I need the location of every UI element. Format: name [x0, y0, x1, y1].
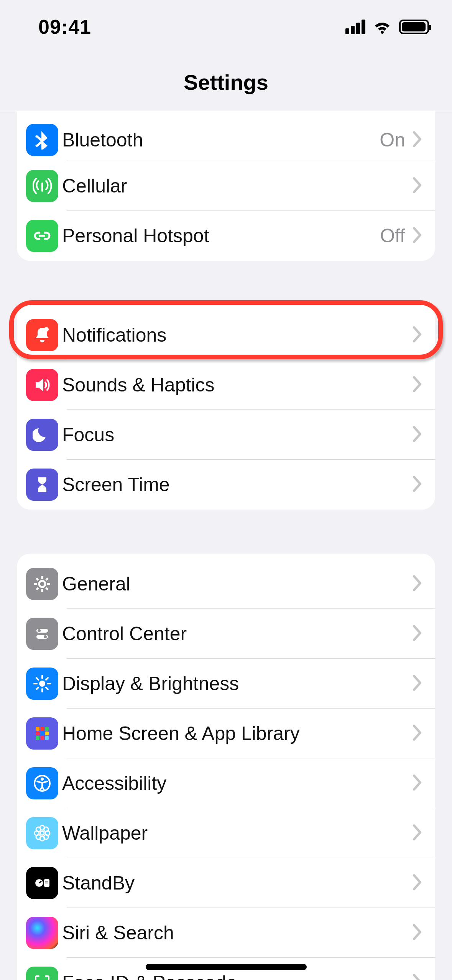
status-icons [345, 20, 429, 34]
svg-rect-26 [36, 732, 39, 735]
svg-point-1 [39, 581, 45, 587]
status-time: 09:41 [38, 15, 91, 38]
hourglass-icon [26, 469, 58, 501]
row-accessibility[interactable]: Accessibility [17, 758, 435, 808]
row-label: Bluetooth [62, 129, 380, 151]
row-focus[interactable]: Focus [17, 410, 435, 460]
row-label: Home Screen & App Library [62, 722, 412, 745]
row-standby[interactable]: StandBy [17, 858, 435, 908]
row-label: Screen Time [62, 474, 412, 496]
chevron-right-icon [412, 177, 422, 195]
siri-icon [26, 917, 58, 949]
row-control-center[interactable]: Control Center [17, 609, 435, 659]
row-bluetooth[interactable]: Bluetooth On [17, 111, 435, 161]
chevron-right-icon [412, 924, 422, 942]
chevron-right-icon [412, 974, 422, 980]
row-display[interactable]: Display & Brightness [17, 659, 435, 709]
moon-icon [26, 419, 58, 451]
row-label: Face ID & Passcode [62, 972, 412, 980]
row-home-screen[interactable]: Home Screen & App Library [17, 709, 435, 758]
settings-group-attention: Notifications Sounds & Haptics Focus Scr… [17, 305, 435, 510]
svg-line-6 [36, 578, 38, 580]
nav-header: Settings [0, 54, 452, 111]
row-label: General [62, 573, 412, 595]
chevron-right-icon [412, 326, 422, 344]
row-label: Wallpaper [62, 822, 412, 844]
row-label: Display & Brightness [62, 673, 412, 695]
svg-point-11 [38, 629, 41, 632]
accessibility-icon [26, 767, 58, 799]
row-label: Sounds & Haptics [62, 374, 412, 396]
row-label: StandBy [62, 872, 412, 894]
svg-rect-24 [40, 727, 44, 731]
svg-line-22 [36, 687, 38, 689]
bluetooth-icon [26, 124, 58, 156]
svg-rect-46 [45, 883, 48, 883]
row-siri[interactable]: Siri & Search [17, 908, 435, 958]
svg-line-19 [36, 678, 38, 680]
svg-line-21 [46, 678, 48, 680]
standby-icon [26, 867, 58, 899]
apps-icon [26, 717, 58, 750]
row-label: Focus [62, 424, 412, 446]
faceid-icon [26, 967, 58, 980]
row-label: Notifications [62, 324, 412, 346]
chevron-right-icon [412, 227, 422, 245]
svg-point-0 [44, 327, 49, 332]
chevron-right-icon [412, 725, 422, 742]
antenna-icon [26, 170, 58, 202]
status-bar: 09:41 [0, 0, 452, 54]
row-value: On [380, 129, 405, 151]
switches-icon [26, 618, 58, 650]
row-screen-time[interactable]: Screen Time [17, 460, 435, 510]
chevron-right-icon [412, 874, 422, 892]
svg-point-14 [39, 681, 45, 687]
svg-rect-30 [40, 736, 44, 740]
gear-icon [26, 568, 58, 600]
row-personal-hotspot[interactable]: Personal Hotspot Off [17, 211, 435, 261]
svg-line-7 [46, 588, 48, 590]
row-wallpaper[interactable]: Wallpaper [17, 808, 435, 858]
bell-icon [26, 319, 58, 351]
chevron-right-icon [412, 625, 422, 643]
battery-icon [399, 20, 429, 34]
row-label: Siri & Search [62, 922, 412, 944]
home-indicator[interactable] [146, 964, 307, 970]
chevron-right-icon [412, 824, 422, 842]
chevron-right-icon [412, 131, 422, 149]
row-sounds-haptics[interactable]: Sounds & Haptics [17, 360, 435, 410]
svg-point-34 [40, 831, 44, 835]
settings-group-general: General Control Center Display & Brightn… [17, 554, 435, 980]
speaker-icon [26, 369, 58, 401]
chevron-right-icon [412, 675, 422, 692]
svg-line-9 [36, 588, 38, 590]
chevron-right-icon [412, 774, 422, 792]
link-icon [26, 220, 58, 252]
svg-rect-45 [45, 881, 48, 881]
svg-line-8 [46, 578, 48, 580]
svg-rect-23 [36, 727, 39, 731]
row-general[interactable]: General [17, 559, 435, 609]
svg-rect-25 [45, 727, 49, 731]
svg-rect-29 [36, 736, 39, 740]
chevron-right-icon [412, 376, 422, 394]
row-label: Personal Hotspot [62, 225, 380, 247]
svg-rect-27 [40, 732, 44, 735]
settings-group-connectivity: Bluetooth On Cellular Personal Hotspot O… [17, 111, 435, 261]
svg-rect-28 [45, 732, 49, 735]
chevron-right-icon [412, 575, 422, 593]
row-label: Accessibility [62, 772, 412, 794]
row-label: Control Center [62, 623, 412, 645]
page-title: Settings [184, 70, 268, 95]
row-value: Off [380, 225, 405, 247]
sun-icon [26, 668, 58, 700]
row-cellular[interactable]: Cellular [17, 161, 435, 211]
chevron-right-icon [412, 476, 422, 493]
svg-rect-31 [45, 736, 49, 740]
wifi-icon [373, 20, 391, 34]
svg-point-13 [44, 635, 47, 638]
row-notifications[interactable]: Notifications [17, 310, 435, 360]
chevron-right-icon [412, 426, 422, 444]
svg-line-20 [46, 687, 48, 689]
cellular-signal-icon [345, 20, 365, 34]
